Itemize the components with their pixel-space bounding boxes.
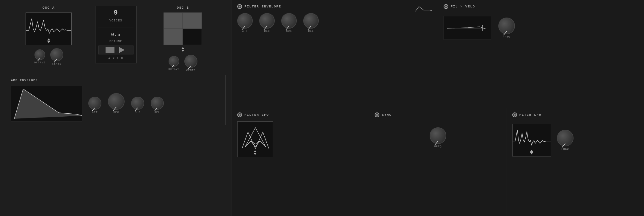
filter-adsr-knobs: ATT DEC SUS REL [237,13,433,33]
osc-a-pitch-up[interactable] [47,38,50,40]
sync-section: SYNC FREQ [369,108,507,216]
svg-line-7 [251,141,255,147]
osc-a-octave-label: OCTAVE [34,61,45,64]
fil-velo-indicator[interactable] [444,4,448,9]
detune-label: DETUNE [109,40,122,43]
lfo-arrow-up[interactable] [254,150,257,152]
filter-lfo-section: FILTER LFO [232,108,369,216]
osc-b-octave-knob-container: OCTAVE [168,56,180,71]
amp-sus-knob[interactable] [131,97,144,110]
osc-row: OSC A OCTAVE CENTS [6,6,226,72]
pitch-lfo-arrow-up[interactable] [530,150,533,152]
grid-cell-tl[interactable] [164,13,183,29]
filter-lfo-title: FILTER LFO [244,113,269,117]
svg-line-8 [255,141,260,147]
filter-att-container: ATT [237,13,253,33]
filter-envelope-section: FILTER ENVELOPE ATT DEC SUS [232,0,438,108]
filter-rel-label: REL [308,30,314,33]
osc-b-cents-knob-container: CENTS [184,55,197,72]
osc-b-cents-label: CENTS [186,69,196,72]
osc-b-cents-knob[interactable] [184,55,197,68]
pitch-lfo-header: PITCH LFO [512,112,639,117]
amp-envelope-title: AMP ENVELOPE [11,79,221,82]
right-top-row: FILTER ENVELOPE ATT DEC SUS [232,0,644,108]
amp-att-container: ATT [88,97,101,114]
osc-a-section: OSC A OCTAVE CENTS [6,6,92,65]
osc-a-cents-knob[interactable] [50,48,63,61]
amp-rel-label: REL [155,111,160,114]
voices-divider [98,27,133,27]
filter-att-label: ATT [242,30,248,33]
amp-dec-label: DEC [114,111,119,114]
pitch-lfo-dot [514,114,516,116]
amp-rel-container: REL [151,97,164,114]
filter-rel-knob[interactable] [303,13,319,29]
osc-a-title: OSC A [43,6,55,10]
filter-lfo-display [237,121,273,157]
sync-freq-container: FREQ [375,127,501,148]
filter-lfo-dot [239,114,241,116]
filter-rel-container: REL [303,13,319,33]
filter-att-knob[interactable] [237,13,253,29]
voices-panel: 9 VOICES 0.5 DETUNE A < > B [95,6,137,63]
grid-cell-tr[interactable] [183,13,202,29]
pitch-lfo-arrow-down[interactable] [530,152,533,154]
filter-lfo-header: FILTER LFO [237,112,364,117]
sync-dot [376,114,378,116]
osc-a-pitch-down[interactable] [47,41,50,43]
filter-sus-container: SUS [281,13,297,33]
osc-a-cents-knob-container: CENTS [50,48,63,65]
velo-display [444,16,491,40]
amp-att-knob[interactable] [88,97,101,110]
fil-velo-title: FIL > VELO [451,5,475,8]
detune-value: 0.5 [111,32,120,37]
fil-velo-dot [445,6,447,7]
osc-a-knobs: OCTAVE CENTS [34,48,63,65]
filter-sus-knob[interactable] [281,13,297,29]
amp-rel-knob[interactable] [151,97,164,110]
grid-cell-br[interactable] [183,29,202,45]
voices-label: VOICES [109,19,122,22]
sync-indicator[interactable] [375,112,379,117]
filter-sus-label: SUS [286,30,292,33]
ab-label: A < > B [108,57,123,60]
adsr-knobs: ATT DEC SUS REL [88,93,164,114]
osc-a-octave-knob-container: OCTAVE [34,49,45,64]
pitch-lfo-display [512,124,551,156]
osc-b-section: OSC B OCTAVE CENTS [140,6,226,72]
filter-dec-knob[interactable] [259,13,275,29]
mix-arrow [119,47,125,53]
pitch-lfo-freq-label: FREQ [561,148,569,151]
filter-dec-label: DEC [264,30,270,33]
pitch-lfo-freq-knob[interactable] [557,130,574,146]
filter-envelope-title: FILTER ENVELOPE [244,5,281,8]
pitch-lfo-indicator[interactable] [512,112,517,117]
right-bottom-row: FILTER LFO [232,108,644,216]
sync-header: SYNC [375,112,501,117]
mix-indicator [106,47,114,53]
amp-dec-container: DEC [108,93,125,114]
amp-dec-knob[interactable] [108,93,125,110]
filter-dec-container: DEC [259,13,275,33]
osc-b-grid [164,12,202,45]
left-panel: OSC A OCTAVE CENTS [0,0,232,216]
osc-a-octave-knob[interactable] [34,49,45,60]
sync-freq-knob[interactable] [430,127,446,144]
osc-b-pitch-up[interactable] [181,47,184,49]
osc-a-cents-label: CENTS [52,62,62,65]
amp-att-label: ATT [92,111,98,114]
filter-envelope-dot [239,6,241,7]
osc-b-title: OSC B [177,6,189,10]
osc-b-pitch-down[interactable] [181,50,184,52]
pitch-lfo-freq-container: FREQ [557,130,574,151]
filter-envelope-indicator[interactable] [237,4,242,9]
lfo-arrow-down[interactable] [254,153,257,155]
grid-cell-bl[interactable] [164,29,183,45]
fil-velo-freq-knob[interactable] [498,18,515,34]
right-panel: FILTER ENVELOPE ATT DEC SUS [232,0,644,216]
filter-lfo-indicator[interactable] [237,112,242,117]
osc-b-octave-knob[interactable] [169,56,179,67]
osc-b-knobs: OCTAVE CENTS [168,55,197,72]
envelope-content: ATT DEC SUS REL [11,86,221,121]
amp-sus-container: SUS [131,97,144,114]
